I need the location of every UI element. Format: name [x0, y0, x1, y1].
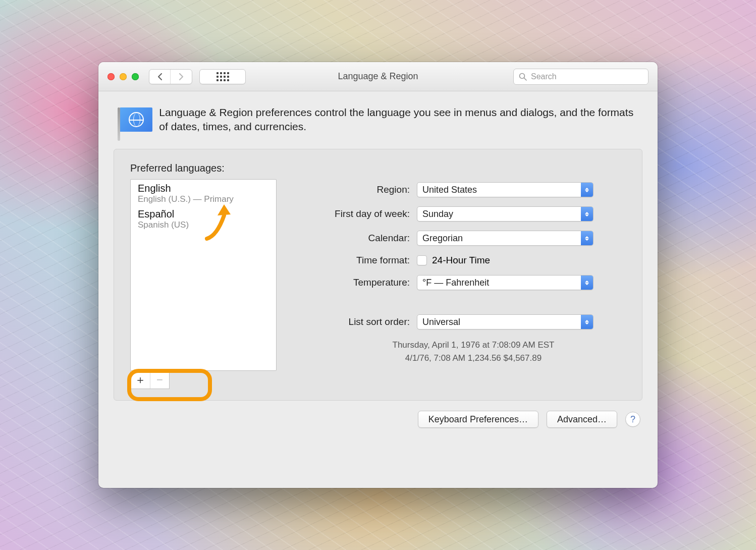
preferred-languages-label: Preferred languages:: [130, 162, 626, 174]
language-subtitle: English (U.S.) — Primary: [138, 194, 269, 204]
chevron-up-down-icon: [581, 231, 593, 245]
first-day-select[interactable]: Sunday: [417, 206, 593, 222]
grid-icon: [217, 72, 229, 81]
forward-button[interactable]: [171, 70, 192, 84]
nav-back-forward: [149, 69, 192, 84]
chevron-up-down-icon: [581, 315, 593, 329]
language-subtitle: Spanish (US): [138, 220, 269, 230]
format-preview: Thursday, April 1, 1976 at 7:08:09 AM ES…: [301, 339, 626, 365]
region-label: Region:: [301, 184, 417, 195]
language-item[interactable]: Español Spanish (US): [131, 207, 276, 233]
search-placeholder: Search: [531, 72, 557, 81]
language-list[interactable]: English English (U.S.) — Primary Español…: [130, 179, 277, 371]
svg-line-1: [524, 78, 527, 80]
zoom-button[interactable]: [132, 73, 139, 80]
select-value: Universal: [422, 317, 460, 327]
calendar-select[interactable]: Gregorian: [417, 231, 593, 246]
show-all-button[interactable]: [199, 69, 246, 84]
advanced-button[interactable]: Advanced…: [547, 411, 617, 428]
time-format-checkbox[interactable]: [417, 255, 427, 265]
search-icon: [519, 73, 527, 81]
globe-flag-icon: [118, 107, 147, 137]
header-description: Language & Region preferences control th…: [159, 105, 638, 134]
select-value: Sunday: [422, 209, 453, 219]
chevron-up-down-icon: [581, 276, 593, 290]
back-button[interactable]: [149, 70, 171, 84]
chevron-up-down-icon: [581, 183, 593, 197]
language-name: English: [138, 183, 269, 194]
titlebar: Language & Region Search: [98, 62, 658, 91]
chevron-up-down-icon: [581, 207, 593, 221]
preferences-window: Language & Region Search Language & Regi…: [98, 62, 658, 488]
footer: Keyboard Preferences… Advanced… ?: [98, 401, 658, 439]
header-region: Language & Region preferences control th…: [98, 91, 658, 149]
region-select[interactable]: United States: [417, 182, 593, 197]
languages-column: English English (U.S.) — Primary Español…: [130, 179, 277, 389]
calendar-label: Calendar:: [301, 233, 417, 244]
preview-line-1: Thursday, April 1, 1976 at 7:08:09 AM ES…: [321, 339, 626, 352]
remove-language-button[interactable]: −: [150, 371, 169, 389]
sort-order-select[interactable]: Universal: [417, 314, 593, 329]
first-day-label: First day of week:: [301, 208, 417, 219]
language-name: Español: [138, 208, 269, 220]
main-panel: Preferred languages: English English (U.…: [114, 149, 642, 401]
time-format-label: Time format:: [301, 255, 417, 266]
keyboard-preferences-button[interactable]: Keyboard Preferences…: [418, 411, 538, 428]
time-format-check-label: 24-Hour Time: [432, 255, 490, 266]
sort-order-label: List sort order:: [301, 316, 417, 327]
add-language-button[interactable]: ＋: [131, 371, 150, 389]
select-value: United States: [422, 185, 477, 195]
settings-column: Region: United States First day of week:…: [301, 179, 626, 389]
select-value: °F — Fahrenheit: [422, 278, 489, 288]
window-controls: [107, 73, 139, 80]
close-button[interactable]: [107, 73, 115, 80]
language-item[interactable]: English English (U.S.) — Primary: [131, 182, 276, 207]
help-button[interactable]: ?: [625, 412, 640, 427]
preview-line-2: 4/1/76, 7:08 AM 1,234.56 $4,567.89: [321, 352, 626, 365]
select-value: Gregorian: [422, 233, 463, 244]
minimize-button[interactable]: [120, 73, 127, 80]
search-input[interactable]: Search: [513, 69, 649, 85]
temperature-select[interactable]: °F — Fahrenheit: [417, 275, 593, 290]
temperature-label: Temperature:: [301, 277, 417, 288]
plus-minus-group: ＋ −: [130, 371, 170, 389]
